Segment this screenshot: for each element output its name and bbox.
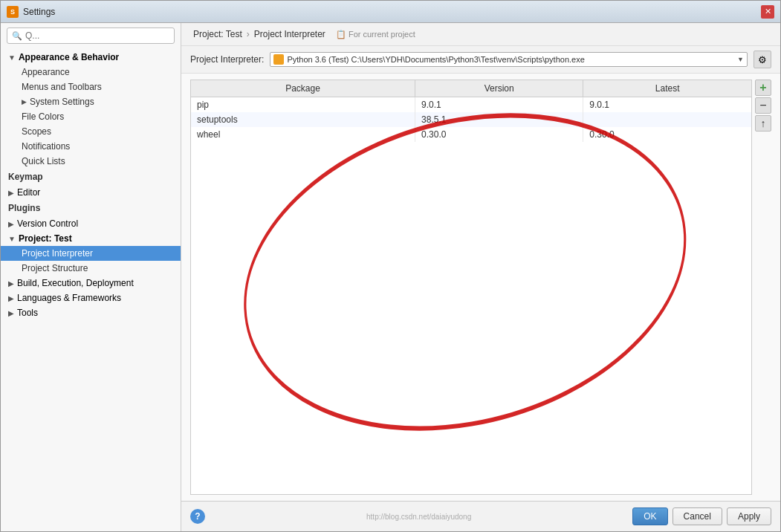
interpreter-value: Python 3.6 (Test) C:\Users\YDH\Documents…	[287, 55, 734, 64]
arrow-icon: ▶	[8, 309, 14, 317]
sidebar-label: Appearance & Behavior	[19, 52, 119, 62]
sidebar-item-project-interpreter[interactable]: Project Interpreter	[1, 246, 181, 261]
sidebar-item-plugins[interactable]: Plugins	[1, 200, 181, 216]
interpreter-gear-button[interactable]: ⚙	[754, 51, 771, 68]
sidebar-item-notifications[interactable]: Notifications	[1, 139, 181, 154]
breadcrumb: Project: Test › Project Interpreter 📋 Fo…	[181, 23, 780, 46]
arrow-icon: ▼	[8, 53, 16, 62]
search-input[interactable]	[25, 30, 169, 41]
col-latest: Latest	[583, 80, 751, 97]
arrow-icon: ▶	[8, 189, 14, 197]
nav-tree: ▼ Appearance & Behavior Appearance Menus…	[1, 48, 181, 531]
sidebar-item-appearance[interactable]: Appearance	[1, 65, 181, 80]
sidebar-item-menus-toolbars[interactable]: Menus and Toolbars	[1, 80, 181, 94]
bottom-bar: ? http://blog.csdn.net/daiaiyudong OK Ca…	[181, 501, 780, 531]
breadcrumb-separator: ›	[247, 29, 250, 39]
cell-package: wheel	[191, 127, 415, 142]
sidebar-item-keymap[interactable]: Keymap	[1, 169, 181, 185]
sidebar-item-file-colors[interactable]: File Colors	[1, 109, 181, 124]
sidebar-label: Build, Execution, Deployment	[17, 278, 134, 288]
table-row[interactable]: wheel0.30.00.30.0	[191, 127, 751, 142]
python-icon	[273, 54, 284, 65]
apply-button[interactable]: Apply	[727, 507, 771, 525]
search-box[interactable]: 🔍	[7, 27, 175, 44]
arrow-icon: ▶	[8, 294, 14, 302]
sidebar-item-project-test[interactable]: ▼ Project: Test	[1, 231, 181, 246]
remove-package-button[interactable]: −	[755, 97, 771, 114]
interpreter-label: Project Interpreter:	[190, 54, 264, 65]
window-title: Settings	[23, 7, 761, 17]
settings-window: S Settings ✕ 🔍 ▼ Appearance & Behavior A…	[0, 0, 781, 532]
sidebar-item-appearance-behavior[interactable]: ▼ Appearance & Behavior	[1, 50, 181, 65]
table-row[interactable]: setuptools38.5.1	[191, 112, 751, 127]
sidebar-item-quick-lists[interactable]: Quick Lists	[1, 154, 181, 169]
arrow-icon: ▶	[22, 98, 27, 106]
packages-table: Package Version Latest pip9.0.19.0.1setu…	[191, 80, 751, 142]
packages-table-container: Package Version Latest pip9.0.19.0.1setu…	[190, 80, 752, 495]
cell-package: pip	[191, 97, 415, 113]
dialog-buttons: OK Cancel Apply	[632, 507, 771, 525]
cell-version: 9.0.1	[415, 97, 583, 113]
cell-latest: 9.0.1	[583, 97, 751, 113]
bottom-left: ?	[190, 509, 205, 524]
packages-area: Package Version Latest pip9.0.19.0.1setu…	[181, 74, 780, 501]
sidebar-label: Version Control	[17, 218, 78, 229]
sidebar-item-system-settings[interactable]: ▶ System Settings	[1, 94, 181, 109]
col-package: Package	[191, 80, 415, 97]
cell-package: setuptools	[191, 112, 415, 127]
arrow-icon: ▶	[8, 279, 14, 288]
sidebar-label: Languages & Frameworks	[17, 293, 121, 303]
title-bar: S Settings ✕	[1, 1, 780, 23]
sidebar-item-version-control[interactable]: ▶ Version Control	[1, 216, 181, 231]
content-area: Project: Test › Project Interpreter 📋 Fo…	[181, 23, 780, 531]
dropdown-arrow-icon: ▼	[737, 56, 744, 63]
cancel-button[interactable]: Cancel	[673, 507, 722, 525]
arrow-icon: ▼	[8, 235, 16, 243]
sidebar-label: Editor	[17, 187, 40, 198]
sidebar-item-editor[interactable]: ▶ Editor	[1, 185, 181, 200]
cell-latest	[583, 112, 751, 127]
interpreter-row: Project Interpreter: Python 3.6 (Test) C…	[181, 46, 780, 74]
arrow-icon: ▶	[8, 220, 14, 228]
breadcrumb-note: 📋 For current project	[336, 30, 415, 39]
main-area: 🔍 ▼ Appearance & Behavior Appearance Men…	[1, 23, 780, 531]
sidebar-item-build-execution[interactable]: ▶ Build, Execution, Deployment	[1, 276, 181, 291]
sidebar-item-tools[interactable]: ▶ Tools	[1, 305, 181, 320]
cell-version: 38.5.1	[415, 112, 583, 127]
breadcrumb-current: Project Interpreter	[254, 29, 325, 39]
sidebar-item-scopes[interactable]: Scopes	[1, 124, 181, 139]
sidebar: 🔍 ▼ Appearance & Behavior Appearance Men…	[1, 23, 181, 531]
breadcrumb-root: Project: Test	[193, 29, 242, 39]
sidebar-item-project-structure[interactable]: Project Structure	[1, 261, 181, 276]
side-buttons: + − ↑	[755, 80, 771, 495]
sidebar-label: Project: Test	[19, 233, 72, 244]
upgrade-package-button[interactable]: ↑	[755, 115, 771, 132]
close-button[interactable]: ✕	[761, 5, 774, 19]
interpreter-select-dropdown[interactable]: Python 3.6 (Test) C:\Users\YDH\Documents…	[270, 52, 748, 67]
cell-latest: 0.30.0	[583, 127, 751, 142]
add-package-button[interactable]: +	[755, 80, 771, 96]
sidebar-item-languages-frameworks[interactable]: ▶ Languages & Frameworks	[1, 291, 181, 305]
app-icon: S	[7, 6, 19, 18]
sidebar-label: Tools	[17, 308, 38, 318]
help-button[interactable]: ?	[190, 509, 205, 524]
cell-version: 0.30.0	[415, 127, 583, 142]
col-version: Version	[415, 80, 583, 97]
ok-button[interactable]: OK	[632, 507, 667, 525]
watermark: http://blog.csdn.net/daiaiyudong	[366, 513, 471, 521]
table-row[interactable]: pip9.0.19.0.1	[191, 97, 751, 113]
